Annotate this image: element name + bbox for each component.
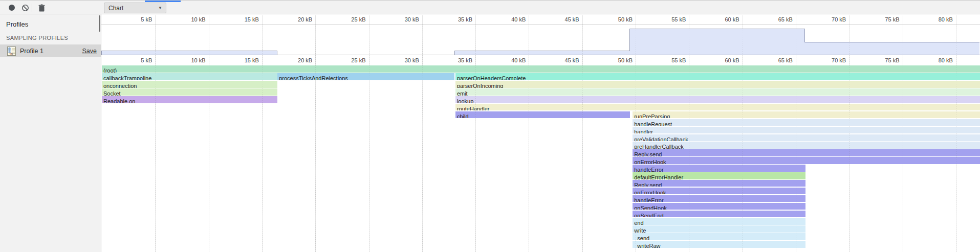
frame-label: preHandlerCallback	[633, 144, 684, 149]
flame-bar[interactable]: defaultErrorHandler	[633, 172, 805, 179]
flame-bar[interactable]: handleRequest	[633, 119, 980, 126]
memory-overview-chart[interactable]	[101, 25, 979, 55]
frame-label: onErrorHook	[633, 190, 666, 195]
frame-label: onSendEnd	[633, 213, 664, 218]
flame-bar[interactable]: Reply.send	[633, 180, 805, 187]
flame-axis-tick-label: 50 kB	[596, 56, 633, 65]
frame-label: onErrorHook	[633, 159, 666, 164]
flame-axis-tick-label: 20 kB	[275, 56, 312, 65]
frame-label: end	[633, 220, 643, 225]
overview-bottom-border	[101, 55, 980, 55]
overview-axis-tick-label: 65 kB	[756, 15, 793, 24]
frame-label: (root)	[102, 67, 117, 73]
overview-axis-tick-label: 50 kB	[596, 15, 633, 24]
overview-ruler-border	[101, 24, 980, 25]
sidebar-item-profile-1[interactable]: % Profile 1 Save	[0, 44, 101, 57]
frame-label: _writeRaw	[633, 243, 660, 248]
flame-bar[interactable]: handleError	[633, 195, 805, 202]
flame-axis-tick-label: 70 kB	[809, 56, 846, 65]
toolbar-separator	[32, 4, 32, 12]
overview-axis-tick-label: 60 kB	[703, 15, 739, 24]
flame-bar[interactable]: onErrorHook	[633, 188, 805, 195]
frame-label: handleRequest	[633, 121, 672, 126]
flame-bar[interactable]: onSendHook	[633, 203, 805, 210]
flame-bar[interactable]: parserOnIncoming	[455, 81, 980, 88]
flame-axis-tick-label: 30 kB	[382, 56, 419, 65]
flame-axis-tick-label: 15 kB	[222, 56, 259, 65]
active-tab-accent	[145, 1, 181, 2]
frame-label: Reply.send	[633, 151, 662, 156]
trash-icon	[38, 4, 45, 12]
frame-label: preValidationCallback	[633, 136, 688, 142]
flame-axis-tick-label: 75 kB	[863, 56, 900, 65]
profile-name: Profile 1	[20, 48, 82, 55]
frame-label: onSendHook	[633, 205, 667, 210]
flame-bar[interactable]: routeHandler	[455, 104, 980, 111]
flame-axis-tick-label: 5 kB	[115, 56, 152, 65]
frame-label: processTicksAndRejections	[277, 75, 348, 80]
frame-label: handleError	[633, 197, 663, 202]
frame-label: defaultErrorHandler	[633, 174, 683, 179]
flame-bar[interactable]: Readable.on	[102, 96, 277, 103]
record-button[interactable]	[6, 2, 17, 13]
flame-axis-tick-label: 65 kB	[756, 56, 793, 65]
flame-bar[interactable]: handler	[633, 127, 980, 134]
flame-axis-tick-label: 25 kB	[329, 56, 366, 65]
flame-bar[interactable]: Reply.send	[633, 149, 980, 156]
flame-bar[interactable]: preValidationCallback	[633, 134, 980, 142]
overview-axis-tick-label: 45 kB	[542, 15, 579, 24]
flame-axis-tick-label: 60 kB	[703, 56, 739, 65]
flame-axis-tick-label: 80 kB	[916, 56, 953, 65]
flame-axis-tick-label: 35 kB	[435, 56, 472, 65]
flame-bar[interactable]: emit	[455, 88, 980, 96]
save-profile-link[interactable]: Save	[82, 48, 97, 55]
overview-axis-tick-label: 35 kB	[435, 15, 472, 24]
chart-view-select-value: Chart	[104, 5, 158, 12]
flame-bar[interactable]: parserOnHeadersComplete	[455, 73, 980, 80]
flame-bar[interactable]: _send	[633, 233, 805, 240]
sidebar-scrollbar-thumb[interactable]	[99, 15, 100, 32]
overview-axis-tick-label: 20 kB	[275, 15, 312, 24]
overview-axis-tick-label: 10 kB	[169, 15, 206, 24]
flame-bar[interactable]: onErrorHook	[633, 157, 980, 164]
flame-bar[interactable]: _writeRaw	[633, 241, 805, 248]
sidebar-heading: Profiles	[6, 20, 28, 28]
frame-label: Reply.send	[633, 182, 662, 187]
frame-label: _send	[633, 235, 649, 240]
heap-profile-icon: %	[7, 47, 16, 56]
profiles-sidebar: Profiles SAMPLING PROFILES % Profile 1	[0, 14, 101, 252]
flame-bar[interactable]: lookup	[455, 96, 980, 103]
clear-profiles-button[interactable]	[19, 2, 31, 13]
overview-axis-tick-label: 75 kB	[863, 15, 900, 24]
flame-bar[interactable]: runPreParsing	[633, 111, 980, 119]
frame-label: handleError	[633, 167, 663, 172]
frame-label: callbackTrampoline	[102, 75, 151, 80]
flame-bar[interactable]: write_	[633, 225, 805, 233]
frame-label: write_	[633, 227, 649, 233]
overview-axis-tick-label: 15 kB	[222, 15, 259, 24]
flame-bar[interactable]: onSendEnd	[633, 211, 805, 218]
frame-label: onconnection	[102, 83, 137, 88]
sampling-profiles-section-label: SAMPLING PROFILES	[6, 35, 68, 41]
chart-view-select[interactable]: Chart ▼	[104, 3, 166, 13]
flame-bar[interactable]: (root)	[102, 65, 980, 73]
frame-label: Socket	[102, 90, 121, 96]
frame-label: parserOnIncoming	[455, 83, 504, 88]
flame-bar[interactable]: processTicksAndRejections	[277, 73, 454, 80]
flame-bar[interactable]: onconnection	[102, 81, 277, 88]
toolbar: Chart ▼	[0, 0, 980, 14]
frame-label: lookup	[455, 98, 473, 103]
flame-bar[interactable]: preHandlerCallback	[633, 142, 980, 149]
flame-axis-tick-label: 10 kB	[169, 56, 206, 65]
flame-bar[interactable]: handleError	[633, 165, 805, 172]
flame-bar[interactable]: Socket	[102, 88, 277, 96]
flame-bar[interactable]: child	[455, 111, 630, 119]
frame-label: child	[455, 113, 469, 119]
overview-axis-tick-label: 55 kB	[649, 15, 686, 24]
overview-axis-tick-label: 25 kB	[329, 15, 366, 24]
frame-label: parserOnHeadersComplete	[455, 75, 526, 80]
flame-bar[interactable]: end	[633, 218, 805, 225]
delete-profile-button[interactable]	[36, 2, 47, 13]
overview-axis-tick-label: 70 kB	[809, 15, 846, 24]
flame-bar[interactable]: callbackTrampoline	[102, 73, 277, 80]
